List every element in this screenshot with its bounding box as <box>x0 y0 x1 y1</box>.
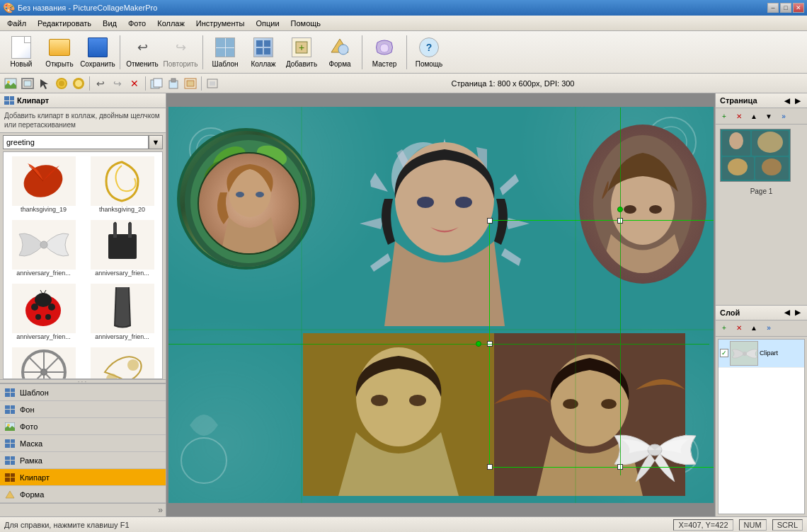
clipart-item-deco[interactable] <box>84 345 161 379</box>
clipart-item-wheel[interactable] <box>5 345 82 379</box>
clipart-item-thanksgiving19[interactable]: thanksgiving_19 <box>5 154 82 216</box>
background-tab-icon <box>4 405 16 415</box>
menu-view[interactable]: Вид <box>97 18 122 29</box>
layer-add[interactable]: + <box>717 322 731 335</box>
tb2-btn-gold2[interactable] <box>71 76 86 91</box>
menu-options[interactable]: Опции <box>250 18 285 29</box>
svg-point-27 <box>40 241 47 248</box>
page-header-icon2[interactable]: ▶ <box>793 96 803 105</box>
template-tab-icon <box>4 388 16 398</box>
canvas-area[interactable] <box>166 93 715 516</box>
page-header-icon1[interactable]: ◀ <box>782 96 792 105</box>
pp-page-down[interactable]: ▼ <box>762 110 776 122</box>
status-coords: X=407, Y=422 <box>673 519 733 531</box>
new-label: Новый <box>11 60 33 68</box>
add-button[interactable]: + Добавить <box>283 33 320 71</box>
tab-shape[interactable]: Форма <box>0 486 166 503</box>
svg-point-104 <box>762 158 782 175</box>
tb2-btn-copy[interactable] <box>149 76 164 91</box>
layer-header-icon2[interactable]: ▶ <box>793 308 803 318</box>
tb2-btn-paste[interactable] <box>166 76 181 91</box>
shape-button[interactable]: Форма <box>321 33 358 71</box>
undo-button[interactable]: ↩ Отменить <box>124 33 161 71</box>
pp-add-page[interactable]: + <box>717 110 731 122</box>
menu-help[interactable]: Помощь <box>285 18 327 29</box>
page-thumbnail[interactable] <box>720 129 791 182</box>
collage-canvas[interactable] <box>168 107 714 503</box>
master-button[interactable]: Мастер <box>366 33 403 71</box>
clipart-item-thanksgiving20[interactable]: thanksgiving_20 <box>84 154 161 216</box>
new-button[interactable]: Новый <box>3 33 40 71</box>
tab-frame[interactable]: Рамка <box>0 452 166 469</box>
photo-frame-2[interactable] <box>307 114 583 333</box>
help-button[interactable]: ? Помощь <box>411 33 447 71</box>
svg-point-34 <box>48 303 55 311</box>
tab-shape-label: Форма <box>20 490 44 499</box>
menu-edit[interactable]: Редактировать <box>32 18 97 29</box>
redo-button[interactable]: ↪ Повторить <box>162 33 199 71</box>
clipart-search-input[interactable] <box>3 135 149 149</box>
menu-tools[interactable]: Инструменты <box>190 18 251 29</box>
layer-panel-header-controls: ◀ ▶ <box>782 308 803 318</box>
menu-file[interactable]: Файл <box>1 18 32 29</box>
pp-page-settings[interactable]: » <box>777 110 791 122</box>
layer-item-clipart[interactable]: ✓ Clipart <box>719 340 804 368</box>
tb2-btn-redo[interactable]: ↪ <box>110 76 125 91</box>
template-button[interactable]: Шаблон <box>207 33 244 71</box>
layer-panel-tools: + ✕ ▲ » <box>716 320 807 337</box>
svg-point-101 <box>729 132 743 149</box>
layer-delete[interactable]: ✕ <box>732 322 746 335</box>
tb2-btn-delete[interactable]: ✕ <box>127 76 142 91</box>
tb2-btn-gold1[interactable] <box>54 76 69 91</box>
redo-label: Повторить <box>164 60 198 68</box>
page-panel: Страница ◀ ▶ + ✕ ▲ ▼ » <box>716 93 807 306</box>
layer-up[interactable]: ▲ <box>747 322 761 335</box>
tb2-btn-zoom[interactable] <box>183 76 198 91</box>
photo-frame-4[interactable] <box>303 333 494 496</box>
open-button[interactable]: Открыть <box>41 33 78 71</box>
svg-rect-18 <box>154 79 162 87</box>
maximize-button[interactable]: □ <box>780 3 791 13</box>
pp-page-up[interactable]: ▲ <box>747 110 761 122</box>
tb2-btn-image[interactable] <box>3 76 18 91</box>
tb2-btn-undo[interactable]: ↩ <box>93 76 108 91</box>
layer-settings[interactable]: » <box>762 322 776 335</box>
clipart-item-anniversary3[interactable]: anniversary_frien... <box>5 281 82 343</box>
tab-mask[interactable]: Маска <box>0 435 166 452</box>
svg-rect-24 <box>210 81 215 86</box>
close-button[interactable]: ✕ <box>793 3 804 13</box>
clipart-search-dropdown[interactable]: ▼ <box>149 135 163 149</box>
minimize-button[interactable]: – <box>767 3 779 13</box>
collage-button[interactable]: Коллаж <box>245 33 282 71</box>
svg-point-86 <box>371 395 388 406</box>
collage-label: Коллаж <box>251 60 275 68</box>
tb2-btn-fit[interactable] <box>205 76 220 91</box>
tb2-btn-frame[interactable] <box>20 76 35 91</box>
clipart-item-anniversary2[interactable]: anniversary_frien... <box>84 217 161 279</box>
panel-expand[interactable]: » <box>0 503 166 516</box>
layer-header-icon1[interactable]: ◀ <box>782 308 792 318</box>
clipart-item-anniversary4[interactable]: anniversary_frien... <box>84 281 161 343</box>
tab-photo[interactable]: Фото <box>0 418 166 435</box>
clipart-name-anniversary2: anniversary_frien... <box>91 270 154 277</box>
tab-template[interactable]: Шаблон <box>0 384 166 401</box>
photo-frame-1[interactable] <box>177 128 315 270</box>
layer-visibility[interactable]: ✓ <box>720 349 728 357</box>
svg-point-106 <box>743 352 747 356</box>
toolbar2: ↩ ↪ ✕ Страница 1: 800 x 600px, DPI: 300 <box>0 74 807 93</box>
pp-delete-page[interactable]: ✕ <box>732 110 746 122</box>
tab-clipart[interactable]: Клипарт <box>0 469 166 486</box>
tb2-btn-select[interactable] <box>37 76 52 91</box>
menu-collage[interactable]: Коллаж <box>151 18 190 29</box>
page-thumb-content <box>721 129 790 181</box>
photo-frame-3[interactable] <box>579 125 706 284</box>
window-title: Без названия - PictureCollageMakerPro <box>18 4 157 12</box>
clipart-item-anniversary1[interactable]: anniversary_frien... <box>5 217 82 279</box>
clipart-tab-icon <box>4 473 16 482</box>
add-label: Добавить <box>286 60 317 68</box>
layer-thumb-clipart <box>730 341 758 366</box>
tab-background[interactable]: Фон <box>0 401 166 418</box>
svg-point-78 <box>417 197 434 208</box>
menu-photo[interactable]: Фото <box>122 18 151 29</box>
save-button[interactable]: Сохранить <box>79 33 116 71</box>
